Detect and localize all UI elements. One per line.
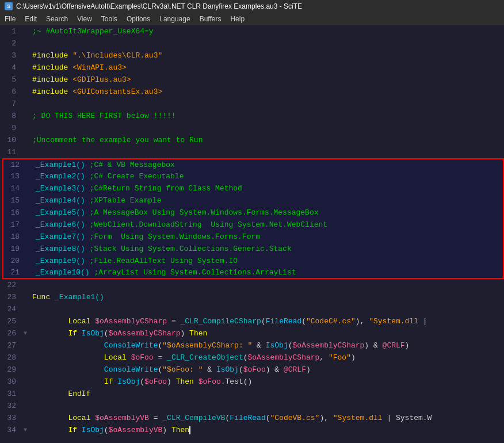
- code-line-4: 4#include <WinAPI.au3>: [0, 62, 504, 74]
- token: "CodeVB.cs": [270, 414, 320, 422]
- code-line-3: 3#include ".\Includes\CLR.au3": [0, 49, 504, 62]
- menu-item-edit[interactable]: Edit: [20, 14, 41, 24]
- code-editor[interactable]: 1;~ #AutoIt3Wrapper_UseX64=y23#include "…: [0, 25, 504, 443]
- token: [127, 353, 131, 362]
- token: ;C#Return String from Class Method: [90, 184, 242, 193]
- token: [85, 232, 90, 241]
- code-line-14: 14_Example3() ;C#Return String from Clas…: [2, 182, 504, 194]
- token: [85, 208, 90, 217]
- token: ;ArrayList Using System.Collections.Arra…: [94, 268, 296, 277]
- token: _Example10(): [36, 268, 90, 277]
- code-line-2: 2: [0, 37, 504, 49]
- title-bar: S C:\Users\v1v1\OffensiveAutoIt\Examples…: [0, 0, 504, 13]
- token: ): [167, 377, 176, 386]
- line-number-30: 30: [0, 377, 21, 386]
- token: @CRLF: [284, 365, 306, 374]
- token: _CLR_CreateObject: [167, 353, 243, 362]
- token: ".\Includes\CLR.au3": [72, 51, 162, 60]
- code-line-23: 23Func _Example1(): [0, 291, 504, 303]
- token: &: [252, 341, 265, 350]
- token: <GUIConstantsEx.au3>: [72, 87, 162, 96]
- code-line-25: 25 Local $oAssemblyCSharp = _CLR_Compile…: [0, 315, 504, 327]
- token: [32, 329, 68, 338]
- code-line-15: 15_Example4() ;XPTable Example: [2, 194, 504, 207]
- code-text-29: ConsoleWrite("$oFoo: " & IsObj($oFoo) & …: [30, 364, 311, 376]
- token: _Example1(): [55, 293, 104, 301]
- token: $oAssemblyCSharp: [109, 329, 181, 338]
- line-number-14: 14: [3, 184, 24, 193]
- code-line-13: 13_Example2() ;C# Create Executable: [2, 170, 504, 182]
- line-number-12: 12: [3, 161, 24, 169]
- menu-item-language[interactable]: Language: [155, 14, 194, 24]
- token: [50, 293, 55, 301]
- code-text-5: #include <GDIPlus.au3>: [30, 74, 131, 86]
- token: If: [68, 329, 77, 338]
- token: (: [261, 317, 266, 326]
- line-number-19: 19: [3, 245, 24, 253]
- token: IsObj: [82, 329, 104, 338]
- line-number-3: 3: [0, 51, 21, 60]
- token: [85, 220, 90, 229]
- line-number-34: 34: [0, 426, 21, 434]
- code-line-29: 29 ConsoleWrite("$oFoo: " & IsObj($oFoo)…: [0, 364, 504, 376]
- menu-item-buffers[interactable]: Buffers: [195, 14, 226, 24]
- menu-item-search[interactable]: Search: [41, 14, 72, 24]
- code-text-18: _Example7() ;Form Using System.Windows.F…: [33, 231, 260, 243]
- code-line-17: 17_Example6() ;WebClient.DownloadString …: [2, 219, 504, 231]
- line-number-2: 2: [0, 39, 21, 48]
- code-line-16: 16_Example5() ;A MessageBox Using System…: [2, 207, 504, 219]
- code-text-14: _Example3() ;C#Return String from Class …: [33, 182, 242, 194]
- code-line-11: 11: [0, 146, 504, 158]
- code-line-24: 24: [0, 303, 504, 315]
- token: Local: [104, 353, 127, 362]
- token: ;Uncomment the example you want to Run: [32, 136, 203, 144]
- code-text-3: #include ".\Includes\CLR.au3": [30, 49, 162, 62]
- code-line-28: 28 Local $oFoo = _CLR_CreateObject($oAss…: [0, 352, 504, 364]
- code-line-22: 22: [0, 279, 504, 291]
- menu-item-view[interactable]: View: [72, 14, 97, 24]
- token: Then: [176, 377, 194, 386]
- code-text-34: If IsObj($oAssemblyVB) Then: [30, 424, 190, 436]
- menu-item-tools[interactable]: Tools: [97, 14, 122, 24]
- token: Local: [68, 414, 90, 422]
- token: ): [306, 365, 311, 374]
- fold-indicator-26[interactable]: ▼: [21, 330, 30, 337]
- token: $oAssemblyCSharp: [293, 341, 365, 350]
- token: [32, 389, 68, 398]
- code-line-9: 9: [0, 122, 504, 134]
- token: ): [162, 426, 171, 434]
- token: [32, 426, 68, 434]
- code-line-27: 27 ConsoleWrite("$oAssemblyCSharp: " & I…: [0, 339, 504, 352]
- token: IsObj: [117, 377, 140, 386]
- menu-item-options[interactable]: Options: [122, 14, 155, 24]
- line-number-31: 31: [0, 389, 21, 398]
- code-text-21: _Example10() ;ArrayList Using System.Col…: [33, 266, 296, 278]
- token: _Example4(): [36, 196, 85, 205]
- fold-indicator-34[interactable]: ▼: [21, 427, 30, 433]
- token: ;File.ReadAllText Using System.IO: [90, 257, 238, 265]
- code-text-4: #include <WinAPI.au3>: [30, 62, 127, 74]
- token: _CLR_CompileVB: [162, 414, 225, 422]
- token: "System.dll: [333, 414, 383, 422]
- token: [85, 245, 90, 253]
- code-text-15: _Example4() ;XPTable Example: [33, 194, 161, 207]
- menu-item-help[interactable]: Help: [226, 14, 249, 24]
- token: [32, 353, 104, 362]
- line-number-33: 33: [0, 414, 21, 422]
- menu-item-file[interactable]: File: [0, 14, 20, 24]
- token: =: [167, 317, 180, 326]
- token: <GDIPlus.au3>: [72, 75, 131, 84]
- token: ;C# & VB Messagebox: [90, 161, 175, 169]
- code-line-12: 12_Example1() ;C# & VB Messagebox: [2, 158, 504, 170]
- token: _CLR_CompileCSharp: [180, 317, 261, 326]
- token: _Example5(): [36, 208, 85, 217]
- code-line-31: 31 EndIf: [0, 388, 504, 400]
- token: =: [154, 353, 167, 362]
- token: $oAssemblyVB: [95, 414, 149, 422]
- token: [77, 426, 82, 434]
- token: (: [243, 353, 248, 362]
- token: =: [149, 414, 162, 422]
- code-text-27: ConsoleWrite("$oAssemblyCSharp: " & IsOb…: [30, 339, 409, 352]
- token: $oFoo: [144, 377, 167, 386]
- code-line-7: 7: [0, 98, 504, 110]
